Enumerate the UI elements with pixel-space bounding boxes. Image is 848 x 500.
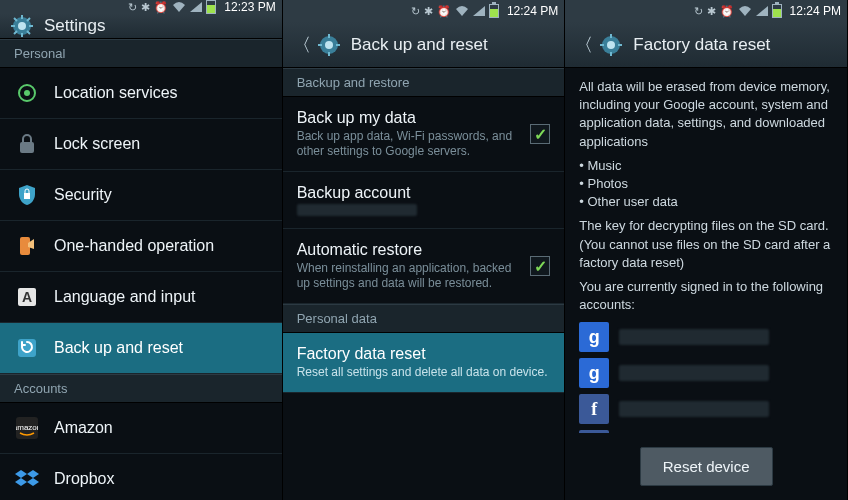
screen-backup-reset: ↻ ✱ ⏰ 12:24 PM 〈 Back up and reset Backu… (283, 0, 566, 500)
svg-line-6 (14, 18, 17, 21)
wifi-icon (455, 6, 469, 16)
wifi-icon (172, 2, 186, 12)
item-factory-data-reset[interactable]: Factory data reset Reset all settings an… (283, 333, 565, 393)
item-backup-account[interactable]: Backup account (283, 172, 565, 229)
item-one-handed[interactable]: One-handed operation (0, 221, 282, 272)
item-label: Back up my data (297, 109, 517, 127)
reset-device-button[interactable]: Reset device (640, 447, 773, 486)
page-title: Back up and reset (351, 35, 488, 55)
sync-icon: ↻ (411, 5, 420, 18)
clock: 12:24 PM (790, 4, 841, 18)
svg-line-8 (14, 31, 17, 34)
item-security[interactable]: Security (0, 170, 282, 221)
battery-icon (772, 4, 782, 18)
svg-rect-13 (24, 193, 30, 199)
lock-icon (14, 131, 40, 157)
item-label: Factory data reset (297, 345, 551, 363)
hand-icon (14, 233, 40, 259)
account-name-redacted (619, 329, 769, 345)
item-language-input[interactable]: A Language and input (0, 272, 282, 323)
checkbox-auto-restore[interactable] (530, 256, 550, 276)
google-icon: g (579, 358, 609, 388)
item-lock-screen[interactable]: Lock screen (0, 119, 282, 170)
svg-rect-12 (20, 142, 34, 153)
item-label: Lock screen (54, 135, 268, 153)
account-row: g (579, 358, 833, 388)
alarm-icon: ⏰ (437, 5, 451, 18)
page-title: Factory data reset (633, 35, 770, 55)
button-bar: Reset device (565, 433, 847, 500)
item-description (297, 204, 551, 216)
app-bar[interactable]: 〈 Back up and reset (283, 22, 565, 68)
location-icon (14, 80, 40, 106)
wifi-icon (738, 6, 752, 16)
item-label: Automatic restore (297, 241, 517, 259)
account-name-redacted (619, 401, 769, 417)
svg-text:amazon: amazon (16, 423, 38, 432)
section-header-personal-data: Personal data (283, 304, 565, 333)
item-label: Back up and reset (54, 339, 268, 357)
account-name-redacted (619, 365, 769, 381)
svg-point-23 (325, 41, 333, 49)
backup-icon (14, 335, 40, 361)
bullet-other: Other user data (579, 193, 833, 211)
back-icon[interactable]: 〈 (575, 33, 593, 57)
alarm-icon: ⏰ (154, 1, 168, 14)
shield-icon (14, 182, 40, 208)
svg-point-1 (18, 22, 26, 30)
status-bar: ↻ ✱ ⏰ 12:23 PM (0, 0, 282, 14)
screen-settings: ↻ ✱ ⏰ 12:23 PM Settings Personal Locatio… (0, 0, 283, 500)
item-label: One-handed operation (54, 237, 268, 255)
section-header-backup-restore: Backup and restore (283, 68, 565, 97)
checkbox-backup-data[interactable] (530, 124, 550, 144)
item-label: Amazon (54, 419, 268, 437)
settings-gear-icon (599, 33, 623, 57)
warning-text-1: All data will be erased from device memo… (579, 78, 833, 151)
item-dropbox[interactable]: Dropbox (0, 454, 282, 500)
item-label: Backup account (297, 184, 551, 202)
item-description: Reset all settings and delete all data o… (297, 365, 551, 380)
warning-text-3: You are currently signed in to the follo… (579, 278, 833, 314)
bluetooth-icon: ✱ (141, 1, 150, 14)
app-bar[interactable]: 〈 Factory data reset (565, 22, 847, 68)
bullet-music: Music (579, 157, 833, 175)
item-location-services[interactable]: Location services (0, 68, 282, 119)
amazon-icon: amazon (14, 415, 40, 441)
sync-icon: ↻ (128, 1, 137, 14)
item-amazon[interactable]: amazon Amazon (0, 403, 282, 454)
svg-point-29 (607, 41, 615, 49)
bullet-list: Music Photos Other user data (579, 157, 833, 212)
item-label: Location services (54, 84, 268, 102)
svg-line-9 (27, 18, 30, 21)
google-icon: g (579, 322, 609, 352)
svg-point-11 (24, 90, 30, 96)
account-row: g (579, 322, 833, 352)
section-header-accounts: Accounts (0, 374, 282, 403)
back-icon[interactable]: 〈 (293, 33, 311, 57)
dropbox-icon (14, 466, 40, 492)
signal-icon (473, 6, 485, 16)
item-backup-my-data[interactable]: Back up my data Back up app data, Wi-Fi … (283, 97, 565, 172)
item-description: Back up app data, Wi-Fi passwords, and o… (297, 129, 517, 159)
item-label: Security (54, 186, 268, 204)
language-icon: A (14, 284, 40, 310)
item-backup-reset[interactable]: Back up and reset (0, 323, 282, 374)
signal-icon (190, 2, 202, 12)
item-label: Language and input (54, 288, 268, 306)
item-description: When reinstalling an application, backed… (297, 261, 517, 291)
bluetooth-icon: ✱ (707, 5, 716, 18)
clock: 12:23 PM (224, 0, 275, 14)
sync-icon: ↻ (694, 5, 703, 18)
facebook-icon: f (579, 394, 609, 424)
screen-factory-reset: ↻ ✱ ⏰ 12:24 PM 〈 Factory data reset All … (565, 0, 848, 500)
settings-gear-icon (10, 14, 34, 38)
battery-icon (206, 0, 216, 14)
reset-content: All data will be erased from device memo… (565, 68, 847, 433)
section-header-personal: Personal (0, 39, 282, 68)
item-automatic-restore[interactable]: Automatic restore When reinstalling an a… (283, 229, 565, 304)
alarm-icon: ⏰ (720, 5, 734, 18)
settings-gear-icon (317, 33, 341, 57)
status-bar: ↻ ✱ ⏰ 12:24 PM (565, 0, 847, 22)
clock: 12:24 PM (507, 4, 558, 18)
page-title: Settings (44, 16, 105, 36)
